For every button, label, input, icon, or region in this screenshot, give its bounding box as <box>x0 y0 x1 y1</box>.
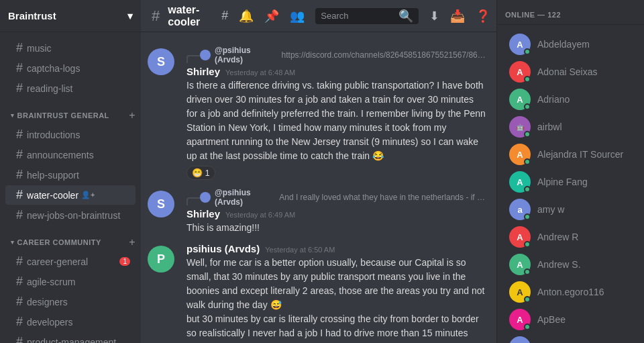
member-airbwl[interactable]: 🤖 airbwl <box>502 113 639 140</box>
channel-music[interactable]: # music <box>5 38 136 58</box>
add-channel-icon[interactable]: + <box>129 236 136 248</box>
online-count-label: ONLINE — 122 <box>505 11 561 19</box>
member-avatar: A <box>509 89 531 110</box>
status-dot <box>524 131 531 138</box>
right-sidebar: ONLINE — 122 A Abdeldayem A Adonai Seixa… <box>496 0 644 343</box>
channel-developers[interactable]: # developers <box>5 312 136 332</box>
bell-icon[interactable]: 🔔 <box>239 9 254 23</box>
member-avatar: A <box>509 61 531 83</box>
member-andrew-s[interactable]: A Andrew S. <box>502 251 639 278</box>
reply-text[interactable]: https://discord.com/channels/82645851867… <box>282 50 486 60</box>
member-adriano[interactable]: A Adriano <box>502 86 639 113</box>
section-career-community[interactable]: ▾ CAREER COMMUNITY + <box>0 226 141 251</box>
hash-icon: # <box>16 168 23 182</box>
channel-hash-icon: # <box>152 7 160 25</box>
search-input[interactable] <box>321 11 394 21</box>
member-anton[interactable]: A Anton.egoro116 <box>502 279 639 305</box>
member-avatar: A <box>509 34 531 55</box>
channel-designers[interactable]: # designers <box>5 292 136 311</box>
channel-new-jobs-on-braintrust[interactable]: # new-jobs-on-braintrust <box>5 205 136 225</box>
member-amy-w[interactable]: a amy w <box>502 196 639 223</box>
hash-icon: # <box>16 275 23 289</box>
member-andrew-r[interactable]: A Andrew R <box>502 224 639 250</box>
members-list: A Abdeldayem A Adonai Seixas A Adriano 🤖… <box>497 25 644 343</box>
member-avatar: A <box>509 171 531 193</box>
status-dot <box>524 186 531 193</box>
member-avatar: a <box>509 199 531 220</box>
channel-label: help-support <box>27 170 79 181</box>
message-text: Is there a difference driving vs. taking… <box>186 79 486 163</box>
message-time: Yesterday at 6:48 AM <box>225 68 295 77</box>
hash-icon: # <box>16 335 23 343</box>
channel-label: designers <box>27 297 68 307</box>
header-icons: # 🔔 📌 👥 🔍 ⬇ 📥 ❓ <box>221 8 490 24</box>
member-avatar: A <box>509 281 531 303</box>
member-apbee[interactable]: A ApBee <box>502 306 639 333</box>
channel-reading-list[interactable]: # reading-list <box>5 79 136 98</box>
member-name: Alpine Fang <box>537 177 588 187</box>
message-meta: Shirley Yesterday at 6:48 AM <box>186 66 486 77</box>
hash-icon: # <box>16 81 23 95</box>
channel-product-management[interactable]: # product-management <box>5 332 136 343</box>
inbox-icon[interactable]: 📥 <box>450 9 465 23</box>
member-adonai-seixas[interactable]: A Adonai Seixas <box>502 58 639 85</box>
reply-indicator: @psihius (Arvds) And I really loved what… <box>186 188 486 207</box>
channel-label: water-cooler <box>27 190 78 201</box>
help-icon[interactable]: ❓ <box>476 9 490 23</box>
reply-username: @psihius (Arvds) <box>215 46 278 64</box>
status-dot <box>524 76 531 83</box>
member-name: Anton.egoro116 <box>537 287 604 297</box>
message-content: @psihius (Arvds) https://discord.com/cha… <box>186 46 486 180</box>
message-text: Well, for me car is a better option usua… <box>186 256 486 343</box>
hash-threads-icon[interactable]: # <box>221 9 228 23</box>
hash-icon: # <box>16 315 23 329</box>
member-abdeldayem[interactable]: A Abdeldayem <box>502 31 639 58</box>
member-avatar: A <box>509 254 531 275</box>
member-alejandra[interactable]: A Alejandra IT Sourcer <box>502 141 639 168</box>
reaction-container: 😁 1 <box>186 163 486 180</box>
member-aubrey[interactable]: A Aubrey <box>502 334 639 343</box>
section-braintrust-general[interactable]: ▾ BRAINTRUST GENERAL + <box>0 99 141 124</box>
channel-announcements[interactable]: # announcements <box>5 145 136 164</box>
member-avatar: A <box>509 226 531 248</box>
member-name: airbwl <box>537 121 562 132</box>
section-label: BRAINTRUST GENERAL <box>17 111 109 119</box>
download-icon[interactable]: ⬇ <box>429 9 439 23</box>
messages-area: S @psihius (Arvds) https://discord.com/c… <box>141 32 496 343</box>
search-box[interactable]: 🔍 <box>315 8 419 24</box>
status-dot <box>524 48 531 55</box>
channel-agile-scrum[interactable]: # agile-scrum <box>5 272 136 291</box>
member-name: Andrew S. <box>537 259 581 270</box>
channel-water-cooler[interactable]: # water-cooler 👤+ <box>5 185 136 205</box>
hash-icon: # <box>16 208 23 222</box>
add-channel-icon[interactable]: + <box>129 109 136 121</box>
member-avatar: 🤖 <box>509 116 531 138</box>
channel-label: career-general <box>27 256 88 267</box>
unread-badge: 1 <box>119 257 130 266</box>
message-group: P psihius (Arvds) Yesterday at 6:50 AM W… <box>141 240 496 343</box>
status-dot <box>524 103 531 110</box>
member-alpine-fang[interactable]: A Alpine Fang <box>502 168 639 195</box>
channel-label: music <box>27 43 52 54</box>
message-group: S @psihius (Arvds) And I really loved wh… <box>141 185 496 238</box>
add-members-icon: 👤+ <box>81 191 95 199</box>
server-header[interactable]: Braintrust ▾ <box>0 0 141 32</box>
member-name: Adriano <box>537 94 570 105</box>
message-content: psihius (Arvds) Yesterday at 6:50 AM Wel… <box>186 243 486 343</box>
channel-name: water-cooler <box>168 4 200 28</box>
channel-captcha-logs[interactable]: # captcha-logs <box>5 58 136 78</box>
channel-introductions[interactable]: # introductions <box>5 125 136 144</box>
reply-avatar <box>200 50 211 60</box>
message-author: psihius (Arvds) <box>186 243 260 254</box>
hash-icon: # <box>16 148 23 162</box>
channel-help-support[interactable]: # help-support <box>5 165 136 185</box>
avatar: S <box>148 48 174 75</box>
channel-label: agile-scrum <box>27 277 75 287</box>
reaction-button[interactable]: 😁 1 <box>186 166 215 180</box>
sidebar: Braintrust ▾ # music # captcha-logs # re… <box>0 0 141 343</box>
server-chevron: ▾ <box>127 10 133 22</box>
pin-icon[interactable]: 📌 <box>264 9 279 23</box>
channel-career-general[interactable]: # career-general 1 <box>5 252 136 271</box>
members-icon[interactable]: 👥 <box>290 9 305 23</box>
member-avatar: A <box>509 309 531 330</box>
